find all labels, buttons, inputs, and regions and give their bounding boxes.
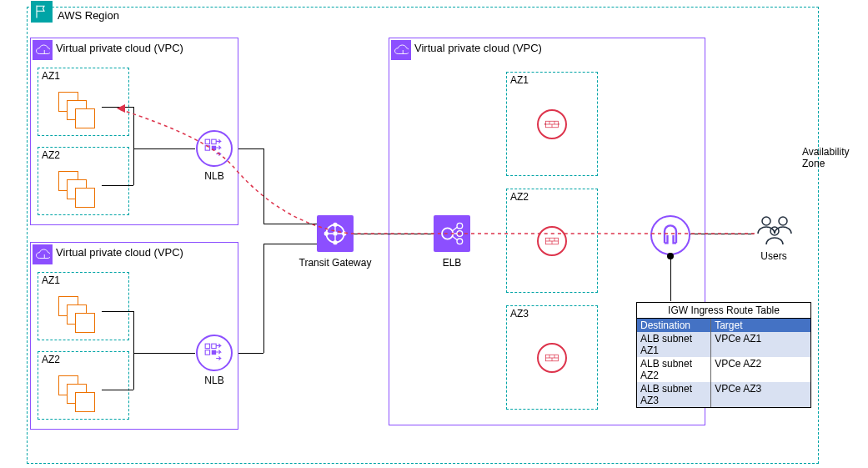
availability-zone-label: Availability Zone <box>802 146 868 169</box>
table-row: ALB subnet AZ3 VPCe AZ3 <box>637 382 810 407</box>
vpc-icon <box>391 40 411 60</box>
svg-rect-4 <box>205 344 209 348</box>
svg-rect-2 <box>205 146 209 150</box>
connector-line <box>263 224 317 224</box>
svg-point-10 <box>333 240 337 244</box>
connector-line <box>238 148 263 149</box>
connector-line <box>133 353 195 354</box>
vpc1-az2-label: AZ2 <box>42 149 60 161</box>
vpc3-az1-label: AZ1 <box>510 74 529 86</box>
vpc-title-1: Virtual private cloud (VPC) <box>56 42 183 54</box>
users-icon <box>755 213 795 249</box>
svg-rect-7 <box>212 350 216 355</box>
connector-line <box>690 234 754 234</box>
route-table-title: IGW Ingress Route Table <box>637 303 810 319</box>
svg-point-21 <box>762 217 770 225</box>
svg-rect-5 <box>212 344 216 348</box>
svg-point-17 <box>442 228 453 239</box>
connector-line <box>133 311 134 390</box>
dot-icon <box>667 253 674 259</box>
nlb-label-1: NLB <box>173 170 256 182</box>
vpc1-az1: AZ1 <box>38 68 129 136</box>
svg-point-20 <box>457 239 463 244</box>
vpc2-az2: AZ2 <box>38 351 129 420</box>
connector-line <box>238 353 263 354</box>
svg-point-13 <box>333 231 337 235</box>
table-header-row: Destination Target <box>637 319 810 332</box>
svg-point-11 <box>324 231 329 235</box>
vpc3-az1: AZ1 <box>506 72 598 176</box>
region-flag-icon <box>31 1 53 23</box>
firewall-icon <box>537 226 567 256</box>
svg-rect-1 <box>212 139 216 143</box>
svg-point-12 <box>342 231 346 235</box>
table-row: ALB subnet AZ1 VPCe AZ1 <box>637 332 810 357</box>
nlb-label-2: NLB <box>173 375 256 386</box>
firewall-icon <box>537 343 567 373</box>
vpc-box-1: Virtual private cloud (VPC) AZ1 AZ2 NLB <box>30 38 238 225</box>
connector-line <box>263 244 264 353</box>
vpc1-az1-label: AZ1 <box>42 70 60 82</box>
nlb-icon <box>196 130 233 167</box>
vpc-box-2: Virtual private cloud (VPC) AZ1 AZ2 NLB <box>30 242 238 430</box>
header-destination: Destination <box>637 319 711 332</box>
vpc-icon <box>33 244 53 264</box>
svg-point-22 <box>779 217 787 225</box>
users-label: Users <box>732 250 815 262</box>
svg-rect-6 <box>205 350 209 355</box>
vpc3-az2: AZ2 <box>506 189 598 293</box>
transit-gateway-label: Transit Gateway <box>294 257 377 269</box>
connector-line <box>263 148 264 224</box>
elb-label: ELB <box>410 257 494 269</box>
vpc-title-3: Virtual private cloud (VPC) <box>414 42 542 54</box>
connector-line <box>102 107 133 108</box>
vpc-icon <box>33 40 53 60</box>
connector-line <box>102 390 133 390</box>
vpc3-az2-label: AZ2 <box>510 191 529 203</box>
vpc2-az2-label: AZ2 <box>42 354 60 365</box>
connector-line <box>354 234 434 234</box>
igw-icon <box>650 215 690 255</box>
connector-line <box>263 244 317 244</box>
vpc-title-2: Virtual private cloud (VPC) <box>56 246 183 259</box>
svg-rect-3 <box>212 146 216 150</box>
connector-line <box>102 185 133 186</box>
transit-gateway-icon <box>317 215 354 252</box>
svg-point-18 <box>457 223 463 229</box>
table-row: ALB subnet AZ2 VPCe AZ2 <box>637 357 810 382</box>
nlb-icon <box>196 335 233 371</box>
header-target: Target <box>711 319 810 332</box>
vpc3-az3: AZ3 <box>506 305 598 410</box>
vpc2-az1-label: AZ1 <box>42 274 60 286</box>
connector-line <box>102 311 133 312</box>
route-table: IGW Ingress Route Table Destination Targ… <box>636 302 811 408</box>
svg-point-9 <box>333 223 337 227</box>
connector-line <box>133 148 195 149</box>
elb-icon <box>434 215 470 252</box>
svg-point-19 <box>457 231 463 237</box>
vpc1-az2: AZ2 <box>38 147 129 215</box>
vpc3-az3-label: AZ3 <box>510 308 529 320</box>
region-title: AWS Region <box>58 9 119 22</box>
connector-line <box>133 107 134 185</box>
svg-rect-0 <box>205 139 209 143</box>
firewall-icon <box>537 109 567 139</box>
vpc2-az1: AZ1 <box>38 272 129 340</box>
connector-line <box>670 255 671 301</box>
